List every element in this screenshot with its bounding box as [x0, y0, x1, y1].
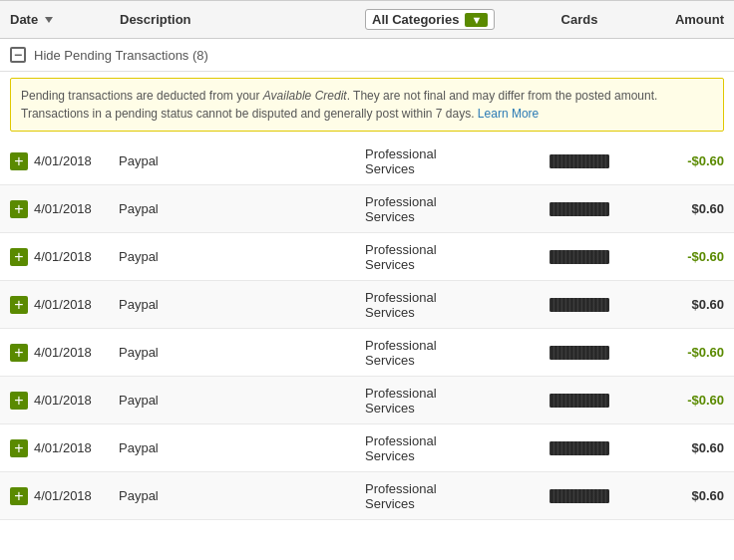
transaction-amount: $0.60	[634, 201, 724, 216]
transaction-card	[525, 393, 634, 409]
table-row: + 4/01/2018 Paypal ProfessionalServices …	[0, 233, 734, 281]
transaction-amount: -$0.60	[634, 393, 724, 408]
pending-header: − Hide Pending Transactions (8)	[0, 39, 734, 72]
pending-notice-text-1: Pending transactions are deducted from y…	[21, 89, 263, 103]
card-redacted-image	[550, 202, 609, 216]
table-row: + 4/01/2018 Paypal ProfessionalServices …	[0, 472, 734, 520]
expand-row-button[interactable]: +	[10, 248, 28, 266]
category-filter-container[interactable]: All Categories ▼	[365, 9, 525, 30]
transaction-category: ProfessionalServices	[365, 338, 525, 368]
transaction-date: 4/01/2018	[34, 488, 119, 503]
card-redacted-image	[550, 441, 609, 455]
transaction-category: ProfessionalServices	[365, 433, 525, 463]
expand-row-button[interactable]: +	[10, 392, 28, 410]
card-redacted-image	[550, 154, 609, 168]
transaction-category: ProfessionalServices	[365, 386, 525, 416]
toggle-pending-button[interactable]: −	[10, 47, 26, 63]
cards-label: Cards	[561, 12, 598, 27]
pending-notice: Pending transactions are deducted from y…	[10, 78, 724, 132]
transaction-date: 4/01/2018	[34, 393, 119, 408]
table-row: + 4/01/2018 Paypal ProfessionalServices …	[0, 424, 734, 472]
transaction-date: 4/01/2018	[34, 345, 119, 360]
amount-label: Amount	[675, 12, 724, 27]
transaction-card	[525, 153, 634, 169]
transaction-description: Paypal	[119, 201, 365, 216]
table-row: + 4/01/2018 Paypal ProfessionalServices …	[0, 138, 734, 185]
category-filter-label: All Categories	[372, 12, 459, 27]
transaction-amount: $0.60	[634, 440, 724, 455]
transaction-date: 4/01/2018	[34, 201, 119, 216]
transaction-card	[525, 345, 634, 361]
card-redacted-image	[550, 394, 609, 408]
transaction-date: 4/01/2018	[34, 440, 119, 455]
transaction-amount: -$0.60	[634, 345, 724, 360]
transaction-category: ProfessionalServices	[365, 242, 525, 272]
transaction-card	[525, 297, 634, 313]
transaction-card	[525, 201, 634, 217]
transactions-list: + 4/01/2018 Paypal ProfessionalServices …	[0, 138, 734, 520]
card-redacted-image	[550, 489, 609, 503]
table-row: + 4/01/2018 Paypal ProfessionalServices …	[0, 185, 734, 233]
transaction-category: ProfessionalServices	[365, 146, 525, 176]
dropdown-arrow-icon[interactable]: ▼	[465, 13, 488, 27]
transaction-card	[525, 440, 634, 456]
transaction-amount: $0.60	[634, 297, 724, 312]
transaction-amount: -$0.60	[634, 153, 724, 168]
expand-row-button[interactable]: +	[10, 344, 28, 362]
learn-more-link[interactable]: Learn More	[478, 107, 539, 121]
transaction-card	[525, 249, 634, 265]
expand-row-button[interactable]: +	[10, 296, 28, 314]
card-redacted-image	[550, 346, 609, 360]
table-row: + 4/01/2018 Paypal ProfessionalServices …	[0, 281, 734, 329]
transaction-category: ProfessionalServices	[365, 290, 525, 320]
description-column-header: Description	[120, 12, 365, 27]
pending-section: − Hide Pending Transactions (8) Pending …	[0, 39, 734, 132]
date-label: Date	[10, 12, 38, 27]
transaction-description: Paypal	[119, 440, 365, 455]
date-column-header[interactable]: Date	[10, 12, 120, 27]
transaction-description: Paypal	[119, 249, 365, 264]
cards-column-header: Cards	[525, 12, 634, 27]
transaction-description: Paypal	[119, 297, 365, 312]
table-row: + 4/01/2018 Paypal ProfessionalServices …	[0, 329, 734, 377]
transaction-amount: $0.60	[634, 488, 724, 503]
table-header: Date Description All Categories ▼ Cards …	[0, 0, 734, 39]
transaction-category: ProfessionalServices	[365, 481, 525, 511]
pending-notice-italic: Available Credit	[263, 89, 347, 103]
transaction-amount: -$0.60	[634, 249, 724, 264]
transaction-description: Paypal	[119, 345, 365, 360]
transaction-description: Paypal	[119, 393, 365, 408]
table-row: + 4/01/2018 Paypal ProfessionalServices …	[0, 377, 734, 424]
expand-row-button[interactable]: +	[10, 487, 28, 505]
expand-row-button[interactable]: +	[10, 439, 28, 457]
expand-row-button[interactable]: +	[10, 152, 28, 170]
transaction-card	[525, 488, 634, 504]
transaction-date: 4/01/2018	[34, 297, 119, 312]
transaction-date: 4/01/2018	[34, 153, 119, 168]
transaction-date: 4/01/2018	[34, 249, 119, 264]
pending-toggle-label: Hide Pending Transactions (8)	[34, 48, 208, 63]
transaction-category: ProfessionalServices	[365, 194, 525, 224]
expand-row-button[interactable]: +	[10, 200, 28, 218]
card-redacted-image	[550, 250, 609, 264]
transaction-description: Paypal	[119, 153, 365, 168]
date-sort-arrow[interactable]	[45, 17, 53, 23]
card-redacted-image	[550, 298, 609, 312]
amount-column-header: Amount	[634, 12, 724, 27]
transaction-description: Paypal	[119, 488, 365, 503]
category-filter-dropdown[interactable]: All Categories ▼	[365, 9, 495, 30]
description-label: Description	[120, 12, 191, 27]
